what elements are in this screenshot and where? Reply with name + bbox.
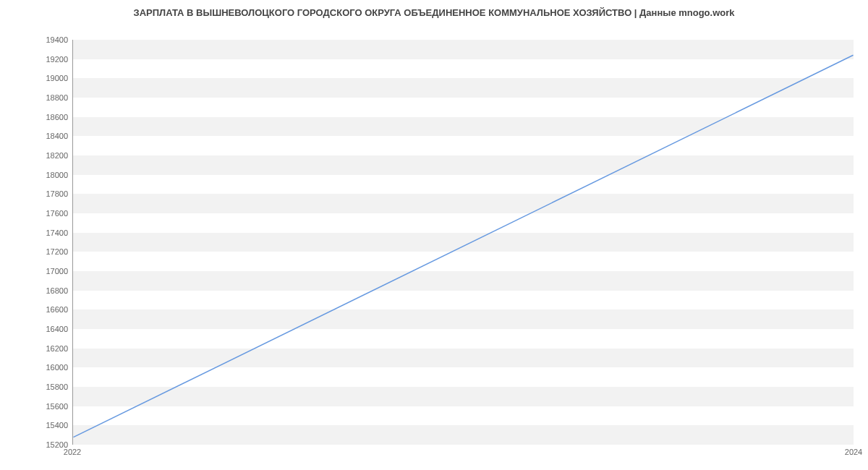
y-tick-label: 15600 — [32, 402, 68, 411]
y-tick-label: 17400 — [32, 228, 68, 237]
y-tick-label: 17600 — [32, 209, 68, 218]
y-tick-label: 19200 — [32, 55, 68, 64]
y-tick-label: 15200 — [32, 440, 68, 449]
y-tick-label: 17800 — [32, 189, 68, 198]
plot-area — [72, 40, 854, 445]
y-tick-label: 19400 — [32, 35, 68, 44]
y-tick-label: 16200 — [32, 344, 68, 353]
line-series — [73, 40, 854, 444]
chart-title: ЗАРПЛАТА В ВЫШНЕВОЛОЦКОГО ГОРОДСКОГО ОКР… — [0, 0, 868, 18]
series-line — [73, 55, 853, 437]
y-tick-label: 16000 — [32, 363, 68, 372]
y-tick-label: 16800 — [32, 286, 68, 295]
y-tick-label: 18800 — [32, 93, 68, 102]
y-tick-label: 15400 — [32, 421, 68, 430]
y-tick-label: 18600 — [32, 113, 68, 121]
y-tick-label: 16400 — [32, 325, 68, 333]
y-tick-label: 18200 — [32, 151, 68, 160]
y-tick-label: 17000 — [32, 267, 68, 275]
y-tick-label: 17200 — [32, 247, 68, 256]
y-tick-label: 19000 — [32, 74, 68, 82]
y-tick-label: 16600 — [32, 305, 68, 314]
x-tick-label: 2022 — [64, 448, 81, 456]
y-tick-label: 15800 — [32, 383, 68, 391]
y-tick-label: 18400 — [32, 132, 68, 140]
x-tick-label: 2024 — [845, 448, 862, 456]
y-tick-label: 18000 — [32, 171, 68, 179]
